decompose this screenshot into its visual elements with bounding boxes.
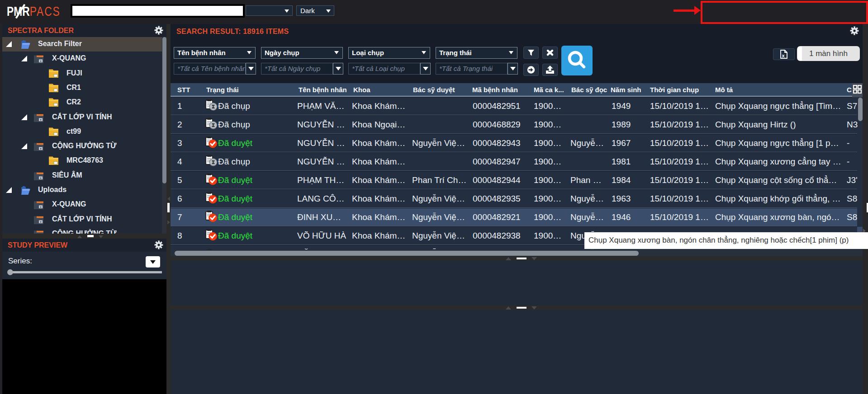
- svg-text:x: x: [782, 53, 785, 58]
